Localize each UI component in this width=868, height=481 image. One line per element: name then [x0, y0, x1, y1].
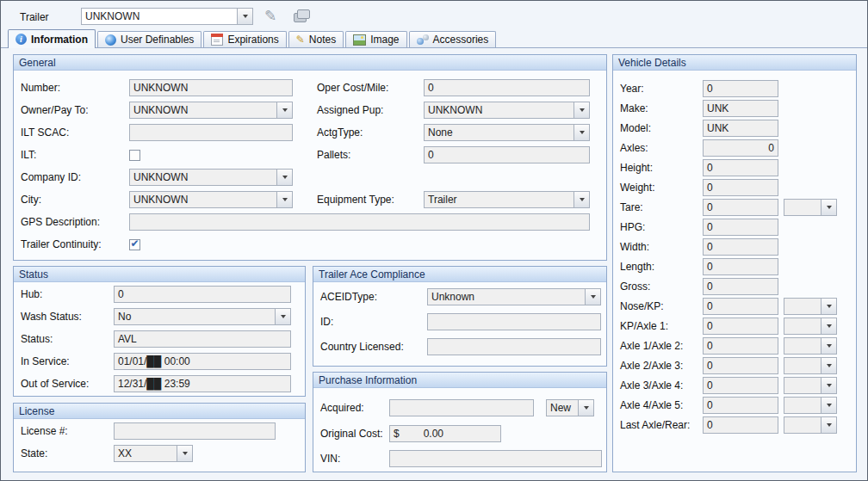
model-input[interactable]: UNK	[703, 120, 778, 137]
dropdown-button[interactable]	[276, 192, 292, 207]
trailer-combobox[interactable]: UNKNOWN	[81, 8, 253, 25]
out-of-service-input[interactable]: 12/31/██ 23:59	[114, 375, 291, 392]
actg-type-combobox[interactable]: None	[424, 124, 590, 141]
dropdown-button[interactable]	[574, 102, 589, 118]
tab-expirations[interactable]: Expirations	[203, 31, 286, 47]
combobox-value: XX	[115, 446, 177, 461]
company-id-combobox[interactable]: UNKNOWN	[129, 169, 293, 186]
dropdown-button[interactable]	[821, 358, 836, 373]
accessories-icon	[417, 34, 429, 46]
gps-description-input[interactable]	[129, 213, 590, 231]
tab-user-definables[interactable]: User Definables	[97, 31, 202, 47]
pallets-input[interactable]: 0	[424, 146, 590, 163]
dropdown-button[interactable]	[237, 9, 252, 24]
axle3-axle4-input[interactable]: 0	[703, 377, 778, 394]
equipment-type-combobox[interactable]: Trailer	[424, 191, 590, 208]
aceid-type-combobox[interactable]: Unknown	[427, 288, 601, 305]
vehicle-row: Make: UNK	[620, 100, 778, 117]
axle4-axle5-unit-combobox[interactable]	[784, 397, 837, 414]
field-row: GPS Description:	[21, 213, 590, 231]
axle4-axle5-input[interactable]: 0	[703, 397, 778, 414]
number-input[interactable]: UNKNOWN	[129, 79, 293, 96]
country-licensed-input[interactable]	[427, 338, 601, 355]
dropdown-button[interactable]	[574, 125, 589, 140]
dropdown-button[interactable]	[574, 192, 589, 207]
year-input[interactable]: 0	[703, 80, 778, 97]
dropdown-button[interactable]	[821, 299, 836, 314]
trailer-continuity-checkbox[interactable]: ✔	[129, 239, 140, 250]
kp-axle1-input[interactable]: 0	[703, 318, 778, 335]
oper-cost-mile-input[interactable]: 0	[424, 79, 590, 96]
purchase-group: Purchase Information Acquired: New Origi…	[313, 372, 607, 472]
vehicle-row: HPG: 0	[620, 219, 778, 236]
license-number-input[interactable]	[114, 422, 276, 440]
tare-input[interactable]: 0	[703, 199, 778, 216]
chevron-down-icon	[580, 108, 585, 112]
hpg-input[interactable]: 0	[703, 219, 778, 236]
dropdown-button[interactable]	[585, 289, 600, 305]
vin-input[interactable]	[389, 450, 602, 467]
copy-stack-icon[interactable]	[294, 9, 309, 22]
dropdown-button[interactable]	[821, 398, 836, 413]
field-label: Wash Status:	[21, 311, 114, 323]
edit-pencil-icon[interactable]: ✎	[264, 9, 276, 23]
field-row: Trailer Continuity: ✔	[21, 236, 140, 253]
combobox-value	[784, 417, 821, 433]
kp-axle1-unit-combobox[interactable]	[784, 318, 837, 335]
length-input[interactable]: 0	[703, 258, 778, 275]
chevron-down-icon	[827, 404, 832, 407]
status-input[interactable]: AVL	[114, 330, 291, 348]
dropdown-button[interactable]	[578, 400, 593, 416]
dropdown-button[interactable]	[275, 309, 290, 324]
axle2-axle3-unit-combobox[interactable]	[784, 357, 837, 374]
city-combobox[interactable]: UNKNOWN	[129, 191, 293, 208]
hub-input[interactable]: 0	[114, 286, 291, 303]
gross-input[interactable]: 0	[703, 278, 778, 295]
ilt-scac-input[interactable]	[129, 124, 293, 141]
assigned-pup-combobox[interactable]: UNKNOWN	[424, 102, 590, 119]
axles-input[interactable]: 0	[703, 139, 778, 157]
dropdown-button[interactable]	[821, 200, 836, 215]
combobox-value: UNKNOWN	[425, 102, 574, 118]
vehicle-row: Last Axle/Rear: 0	[620, 416, 837, 434]
field-row: City: UNKNOWN	[21, 191, 293, 208]
wash-status-combobox[interactable]: No	[114, 308, 291, 325]
last-axle-rear-input[interactable]: 0	[703, 416, 778, 434]
dropdown-button[interactable]	[821, 338, 836, 354]
dropdown-button[interactable]	[821, 378, 836, 393]
field-row: ILT:	[21, 146, 140, 163]
tare-unit-combobox[interactable]	[784, 199, 837, 216]
field-label: Oper Cost/Mile:	[317, 82, 424, 94]
ilt-checkbox[interactable]	[129, 150, 140, 161]
acquired-input[interactable]	[389, 399, 534, 416]
axle1-axle2-input[interactable]: 0	[703, 337, 778, 355]
nose-kp-unit-combobox[interactable]	[784, 298, 837, 315]
height-input[interactable]: 0	[703, 159, 778, 176]
in-service-input[interactable]: 01/01/██ 00:00	[114, 353, 291, 370]
axle2-axle3-input[interactable]: 0	[703, 357, 778, 374]
dropdown-button[interactable]	[276, 170, 292, 185]
width-input[interactable]: 0	[703, 238, 778, 256]
weight-input[interactable]: 0	[703, 179, 778, 196]
owner-pay-to-combobox[interactable]: UNKNOWN	[129, 102, 293, 119]
original-cost-input[interactable]: $ 0.00	[389, 425, 501, 442]
nose-kp-input[interactable]: 0	[703, 298, 778, 315]
dropdown-button[interactable]	[177, 446, 192, 461]
acquired-condition-combobox[interactable]: New	[546, 399, 594, 416]
field-label: Year:	[620, 83, 703, 95]
make-input[interactable]: UNK	[703, 100, 778, 117]
field-label: VIN:	[320, 453, 389, 465]
state-combobox[interactable]: XX	[114, 445, 193, 462]
tab-information[interactable]: i Information	[8, 29, 96, 48]
tab-notes[interactable]: ✎ Notes	[288, 31, 344, 47]
axle1-axle2-unit-combobox[interactable]	[784, 337, 837, 355]
dropdown-button[interactable]	[821, 318, 836, 334]
tab-accessories[interactable]: Accessories	[409, 31, 497, 47]
last-axle-rear-unit-combobox[interactable]	[784, 416, 837, 434]
tab-image[interactable]: Image	[345, 31, 406, 47]
axle3-axle4-unit-combobox[interactable]	[784, 377, 837, 394]
dropdown-button[interactable]	[276, 102, 292, 118]
dropdown-button[interactable]	[821, 417, 836, 433]
field-row: Number: UNKNOWN	[21, 79, 293, 96]
ace-id-input[interactable]	[427, 313, 601, 330]
